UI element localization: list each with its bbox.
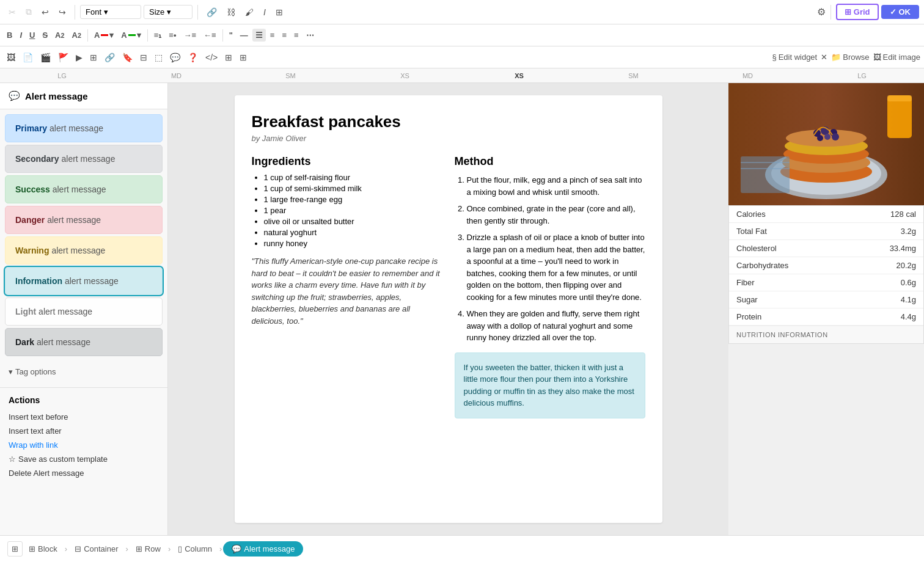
help-btn[interactable]: ❓ (185, 51, 201, 64)
ordered-list-btn[interactable]: ≡₁ (151, 29, 165, 42)
breadcrumb-alert[interactable]: 💬 Alert message (223, 541, 303, 557)
superscript-btn[interactable]: A2 (69, 29, 84, 42)
breadcrumb-container[interactable]: ⊟ Container (68, 541, 124, 557)
tag-options[interactable]: ▾ Tag options (0, 361, 167, 382)
rest-light: alert message (38, 307, 92, 316)
flag-btn[interactable]: 🚩 (55, 51, 72, 64)
breadcrumb-row[interactable]: ⊞ Row (130, 541, 167, 557)
layout-btn[interactable]: ⬚ (152, 51, 166, 64)
insert-text-before-link[interactable]: Insert text before (9, 410, 159, 424)
unordered-list-btn[interactable]: ≡• (166, 29, 179, 42)
blockquote-btn[interactable]: " (226, 29, 236, 42)
alert-item-primary[interactable]: Primary alert message (5, 114, 163, 142)
star-icon: ☆ (9, 454, 16, 464)
italic-btn[interactable]: I (16, 29, 25, 42)
hr-btn[interactable]: — (237, 29, 251, 42)
size-select[interactable]: Size ▾ (144, 5, 193, 19)
paint-btn[interactable]: 🖌 (241, 5, 257, 20)
label-sugar: Sugar (736, 295, 758, 304)
code-btn[interactable]: </> (202, 51, 221, 64)
bookmark-btn[interactable]: 🔖 (119, 51, 136, 64)
link2-btn[interactable]: 🔗 (101, 51, 118, 64)
sep1 (75, 5, 75, 20)
align-right-btn[interactable]: ≡ (291, 29, 302, 42)
bold-btn[interactable]: B (4, 29, 15, 42)
gear-icon[interactable]: ⚙ (817, 6, 826, 18)
actions-title: Actions (9, 395, 159, 405)
font-select[interactable]: Font ▾ (80, 5, 141, 19)
alert-item-light[interactable]: Light alert message (5, 297, 163, 326)
main-area: 💬 Alert message Primary alert message Se… (0, 83, 924, 535)
note-btn[interactable]: 💬 (167, 51, 183, 64)
wrap-with-link-link[interactable]: Wrap with link (9, 438, 159, 452)
edit-image-btn[interactable]: 🖼 Edit image (873, 53, 920, 62)
insert-text-after-link[interactable]: Insert text after (9, 424, 159, 438)
subscript-btn[interactable]: A2 (52, 29, 67, 42)
alert-item-secondary[interactable]: Secondary alert message (5, 145, 163, 173)
edit-widget-label: Edit widget (779, 53, 818, 62)
indent-btn[interactable]: →≡ (180, 29, 199, 42)
align-center-btn[interactable]: ≡ (279, 29, 290, 42)
svg-rect-17 (741, 156, 790, 193)
save-custom-template-link[interactable]: ☆ Save as custom template (9, 452, 159, 466)
play-btn[interactable]: ▶ (73, 51, 86, 64)
ingredient-3: 1 large free-range egg (264, 195, 442, 204)
close-widget-btn[interactable]: ✕ (821, 53, 827, 62)
copy-btn[interactable]: ⧉ (22, 4, 35, 20)
alert-item-dark[interactable]: Dark alert message (5, 328, 163, 356)
sidebar-actions: Actions Insert text before Insert text a… (0, 387, 167, 487)
value-cholesterol: 33.4mg (890, 244, 916, 253)
unlink-btn[interactable]: ⛓ (223, 5, 239, 20)
alert-item-success[interactable]: Success alert message (5, 175, 163, 203)
edit-widget-area: § Edit widget ✕ 📁 Browse 🖼 Edit image (772, 53, 920, 62)
browse-icon: 📁 (831, 53, 841, 62)
keyword-information: Information (15, 276, 62, 286)
resp-xs-right: XS (462, 72, 576, 79)
strike-btn[interactable]: S (39, 29, 51, 42)
underline-btn[interactable]: U (26, 29, 38, 42)
grid2-btn[interactable]: ⊞ (237, 51, 250, 64)
undo-btn[interactable]: ↩ (38, 5, 53, 20)
ok-button[interactable]: ✓ OK (881, 5, 920, 19)
nutrition-row-carbs: Carbohydrates 20.2g (729, 257, 923, 274)
link-btn[interactable]: 🔗 (203, 5, 221, 20)
ok-label: OK (899, 7, 911, 16)
value-carbs: 20.2g (896, 261, 916, 270)
video-btn[interactable]: 🎬 (37, 51, 54, 64)
recipe-quote: "This fluffy American-style one-cup panc… (252, 255, 442, 327)
alert-item-information[interactable]: Information alert message (5, 267, 163, 295)
font-color-btn[interactable]: A▾ (91, 29, 117, 42)
source-btn[interactable]: ⊞ (272, 5, 287, 20)
align-left-btn[interactable]: ≡ (267, 29, 278, 42)
browse-btn[interactable]: 📁 Browse (831, 53, 869, 62)
widget-btn[interactable]: ⊞ (222, 51, 235, 64)
delete-alert-link[interactable]: Delete Alert message (9, 466, 159, 480)
more-btn[interactable]: ⋯ (303, 29, 317, 42)
ingredient-4: 1 pear (264, 206, 442, 215)
cut-btn[interactable]: ✂ (5, 5, 20, 20)
alert-item-danger[interactable]: Danger alert message (5, 206, 163, 234)
italic2-btn[interactable]: I (260, 5, 270, 20)
sidebar: 💬 Alert message Primary alert message Se… (0, 83, 168, 535)
table-btn[interactable]: ⊞ (87, 51, 100, 64)
edit-widget-btn[interactable]: § Edit widget (772, 53, 817, 62)
redo-btn[interactable]: ↪ (55, 5, 70, 20)
sidebar-title: Alert message (25, 91, 88, 101)
outdent-btn[interactable]: ←≡ (200, 29, 219, 42)
breadcrumb-block[interactable]: ⊞ Block (23, 541, 64, 557)
sep5 (147, 29, 148, 42)
rest-dark: alert message (37, 337, 90, 347)
alert-item-warning[interactable]: Warning alert message (5, 236, 163, 265)
container-icon: ⊟ (75, 544, 81, 553)
image-btn[interactable]: 🖼 (4, 51, 18, 64)
nutrition-footer: NUTRITION INFORMATION (729, 326, 923, 343)
step-3: Drizzle a splash of oil or place a knob … (467, 232, 645, 303)
bg-color-btn[interactable]: A▾ (118, 29, 144, 42)
svg-point-14 (832, 133, 839, 140)
minus-btn[interactable]: ⊟ (137, 51, 150, 64)
breadcrumb-column[interactable]: ▯ Column (172, 541, 218, 557)
grid-button[interactable]: ⊞ Grid (836, 4, 879, 20)
grid-layout-btn[interactable]: ⊞ (7, 541, 23, 557)
file-btn[interactable]: 📄 (20, 51, 36, 64)
align-justify-btn[interactable]: ☰ (252, 29, 266, 42)
